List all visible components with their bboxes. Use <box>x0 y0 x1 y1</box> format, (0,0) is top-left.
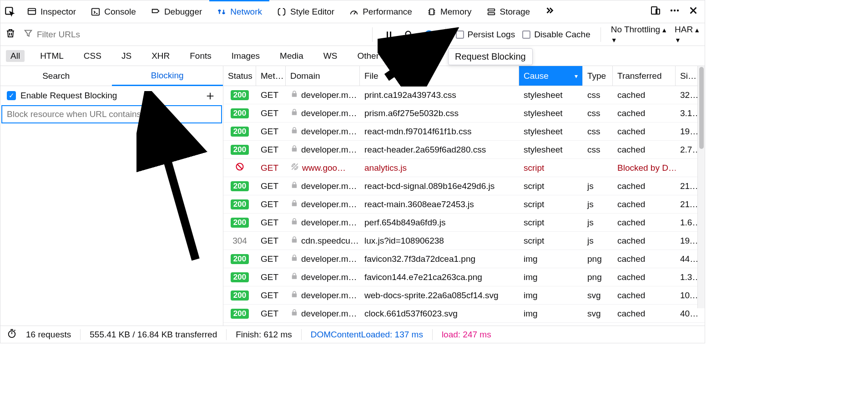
domain-cell: developer.m… <box>286 290 360 301</box>
request-row[interactable]: 200GETdeveloper.m…prism.a6f275e5032b.css… <box>223 104 705 122</box>
tab-memory[interactable]: Memory <box>419 0 479 23</box>
summary-domcontentloaded: DOMContentLoaded: 137 ms <box>311 330 423 340</box>
console-icon <box>91 7 101 17</box>
transferred-cell: cached <box>613 90 676 100</box>
type-cell: css <box>583 108 613 118</box>
transferred-cell: cached <box>613 254 676 264</box>
cause-cell: img <box>519 291 583 301</box>
file-cell: favicon144.e7e21ca263ca.png <box>360 272 519 282</box>
tab-storage[interactable]: Storage <box>479 0 538 23</box>
search-button[interactable] <box>403 28 415 41</box>
style-icon <box>277 7 287 17</box>
tab-inspector[interactable]: Inspector <box>20 0 83 23</box>
svg-point-17 <box>9 331 15 338</box>
summary-finish: Finish: 612 ms <box>236 330 292 340</box>
column-header-method[interactable]: Met… <box>256 66 286 86</box>
type-cell: js <box>583 199 613 209</box>
table-scrollbar[interactable] <box>697 66 705 308</box>
request-blocking-button[interactable] <box>423 28 435 41</box>
file-cell: print.ca192a439743.css <box>360 90 519 100</box>
filter-url-input[interactable] <box>37 30 155 40</box>
method-cell: GET <box>256 127 286 137</box>
disable-cache-checkbox[interactable]: Disable Cache <box>522 30 590 40</box>
filter-css[interactable]: CSS <box>79 50 106 62</box>
column-header-type[interactable]: Type <box>583 66 613 86</box>
transferred-cell: cached <box>613 108 676 118</box>
meatball-menu-icon[interactable] <box>669 5 680 18</box>
column-header-file[interactable]: File <box>360 66 519 86</box>
filter-other[interactable]: Other <box>353 50 384 62</box>
svg-rect-2 <box>92 8 100 15</box>
add-block-pattern-button[interactable]: ＋ <box>204 87 217 104</box>
cause-cell: stylesheet <box>519 145 583 155</box>
cause-cell: img <box>519 272 583 282</box>
transferred-cell: cached <box>613 236 676 246</box>
request-row[interactable]: 200GETdeveloper.m…react-header.2a659f6ad… <box>223 141 705 159</box>
size-cell: 2.7… <box>676 145 698 155</box>
type-cell: css <box>583 90 613 100</box>
size-cell: 3.1… <box>676 108 698 118</box>
method-cell: GET <box>256 90 286 100</box>
type-cell: css <box>583 145 613 155</box>
tab-console[interactable]: Console <box>83 0 143 23</box>
request-row[interactable]: 200GETdeveloper.m…react-main.3608eae7245… <box>223 195 705 214</box>
filter-js[interactable]: JS <box>117 50 136 62</box>
request-row[interactable]: 200GETdeveloper.m…perf.654b849a6fd9.jssc… <box>223 214 705 232</box>
filter-ws[interactable]: WS <box>319 50 342 62</box>
svg-rect-3 <box>429 9 434 15</box>
tab-style[interactable]: Style Editor <box>269 0 342 23</box>
throttling-select[interactable]: No Throttling▲▼ <box>611 25 667 45</box>
type-cell: js <box>583 181 613 191</box>
element-picker-button[interactable] <box>0 6 20 18</box>
request-row[interactable]: 200GETdeveloper.m…favicon32.7f3da72dcea1… <box>223 250 705 268</box>
status-code: 200 <box>231 90 249 100</box>
cause-cell: img <box>519 254 583 264</box>
lock-icon <box>290 217 298 228</box>
svg-rect-12 <box>390 31 391 37</box>
transferred-cell: cached <box>613 291 676 301</box>
lock-icon <box>290 199 298 209</box>
column-header-transferred[interactable]: Transferred <box>613 66 676 86</box>
request-row[interactable]: 200GETdeveloper.m…print.ca192a439743.css… <box>223 86 705 104</box>
type-cell: css <box>583 127 613 137</box>
tabs-overflow-button[interactable] <box>537 0 562 23</box>
request-row[interactable]: 200GETdeveloper.m…react-mdn.f97014f61f1b… <box>223 122 705 141</box>
filter-all[interactable]: All <box>6 50 25 62</box>
pause-recording-button[interactable] <box>383 28 395 41</box>
type-cell: svg <box>583 309 613 319</box>
filter-fonts[interactable]: Fonts <box>185 50 216 62</box>
lock-icon <box>290 308 298 319</box>
tab-network[interactable]: Network <box>209 0 269 22</box>
request-row[interactable]: 200GETdeveloper.m…react-bcd-signal.089b1… <box>223 177 705 195</box>
svg-rect-5 <box>488 12 495 15</box>
sidebar-tab-search[interactable]: Search <box>0 66 112 86</box>
close-devtools-icon[interactable] <box>688 5 698 18</box>
responsive-mode-icon[interactable] <box>650 5 661 18</box>
request-row[interactable]: 200GETdeveloper.m…favicon144.e7e21ca263c… <box>223 268 705 286</box>
filter-xhr[interactable]: XHR <box>147 50 174 62</box>
domain-cell: developer.m… <box>286 144 360 155</box>
tab-perf[interactable]: Performance <box>342 0 419 23</box>
clear-button[interactable] <box>5 28 18 41</box>
request-row[interactable]: GETwww.goo…analytics.jsscriptBlocked by … <box>223 159 705 177</box>
filter-html[interactable]: HTML <box>35 50 68 62</box>
column-header-status[interactable]: Status <box>223 66 256 86</box>
persist-logs-checkbox[interactable]: Persist Logs <box>456 30 515 40</box>
request-row[interactable]: 200GETdeveloper.m…web-docs-sprite.22a6a0… <box>223 286 705 305</box>
har-menu[interactable]: HAR▲▼ <box>675 25 700 45</box>
enable-blocking-checkbox[interactable]: ✓ <box>7 91 16 100</box>
column-header-size[interactable]: Si… <box>676 66 698 86</box>
column-header-domain[interactable]: Domain <box>286 66 360 86</box>
column-header-cause[interactable]: Cause <box>519 66 583 86</box>
domain-cell: developer.m… <box>286 272 360 282</box>
request-row[interactable]: 304GETcdn.speedcu…lux.js?id=108906238scr… <box>223 232 705 250</box>
tab-debugger[interactable]: Debugger <box>143 0 209 23</box>
request-row[interactable]: 200GETdeveloper.m…clock.661d537f6023.svg… <box>223 305 705 323</box>
filter-images[interactable]: Images <box>227 50 264 62</box>
sidebar-tab-blocking[interactable]: Blocking <box>112 66 223 86</box>
svg-rect-4 <box>488 9 495 11</box>
domain-cell: developer.m… <box>286 108 360 118</box>
status-code: 200 <box>231 309 249 319</box>
block-url-input[interactable] <box>2 106 221 122</box>
filter-media[interactable]: Media <box>275 50 308 62</box>
